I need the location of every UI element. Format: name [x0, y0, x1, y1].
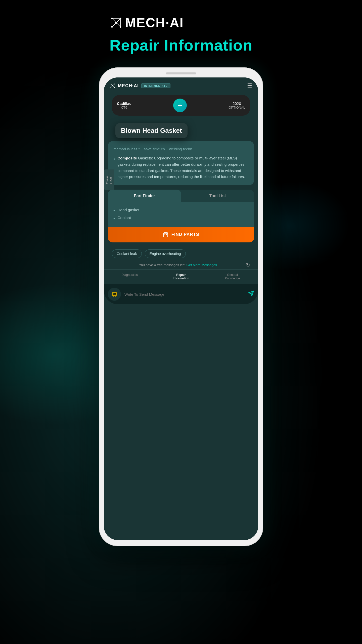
svg-line-6	[116, 18, 120, 23]
nav-tab-diagnostics[interactable]: Diagnostics	[104, 270, 155, 284]
part-finder-content: • Head gasket • Coolant	[108, 202, 254, 227]
bullet-body: Composite Gaskets: Upgrading to composit…	[117, 155, 249, 180]
vehicle-make-model: Cadillac CT6	[117, 101, 131, 109]
svg-point-21	[114, 83, 115, 84]
send-button[interactable]	[248, 290, 254, 298]
chat-area: Blown Head Gasket method is less t... sa…	[104, 119, 258, 269]
find-parts-button[interactable]: FIND PARTS	[108, 227, 254, 242]
svg-rect-30	[115, 293, 115, 294]
add-vehicle-button[interactable]: +	[173, 99, 187, 112]
chip-coolant-leak[interactable]: Coolant leak	[112, 249, 142, 258]
phone-container: MECH·AI INTERMEDIATE ☰ Cadillac CT6 + 20…	[99, 68, 263, 546]
app-logo-small: MECH·AI INTERMEDIATE	[110, 83, 170, 89]
find-parts-label: FIND PARTS	[171, 232, 199, 237]
part-name-1: Head gasket	[117, 208, 139, 213]
part-item-head-gasket: • Head gasket	[113, 207, 249, 214]
svg-point-20	[110, 83, 111, 84]
tab-part-finder[interactable]: Part Finder	[108, 190, 181, 202]
vehicle-selector[interactable]: Cadillac CT6 + 2020 OPTIONAL	[112, 95, 250, 116]
blown-head-gasket-tooltip: Blown Head Gasket	[115, 123, 188, 138]
svg-line-8	[116, 23, 120, 27]
phone-screen: MECH·AI INTERMEDIATE ☰ Cadillac CT6 + 20…	[104, 77, 258, 540]
bullet-strong: Composite	[117, 156, 137, 160]
svg-point-23	[114, 87, 115, 88]
part-bullet-2: •	[113, 216, 115, 221]
free-messages-bar: You have 4 free messages left. Get More …	[108, 261, 254, 269]
chip-engine-overheating[interactable]: Engine overheating	[145, 249, 186, 258]
part-item-coolant: • Coolant	[113, 214, 249, 222]
svg-line-5	[112, 18, 116, 23]
scanner-icon	[110, 290, 119, 298]
top-branding: MECH·AI Repair Information	[109, 15, 252, 54]
composite-gaskets-bullet: • Composite Gaskets: Upgrading to compos…	[113, 155, 249, 180]
message-bubble: method is less t... save time co... weld…	[108, 141, 254, 185]
message-input-area	[104, 284, 258, 304]
send-icon-svg	[248, 290, 254, 296]
phone-notch	[166, 72, 196, 74]
fade-text: method is less t... save time co... weld…	[113, 146, 249, 152]
svg-rect-29	[114, 293, 114, 294]
part-name-2: Coolant	[117, 216, 131, 221]
tab-tool-list[interactable]: Tool List	[181, 190, 254, 202]
bullet-dot: •	[113, 156, 115, 163]
app-logo-large: MECH·AI	[109, 15, 252, 30]
nav-tab-repair-info[interactable]: RepairInformation	[155, 270, 207, 284]
svg-rect-28	[115, 296, 116, 297]
cart-icon	[163, 232, 168, 237]
clear-chat-button[interactable]: Clear Chat	[104, 169, 114, 190]
circuit-icon	[109, 16, 123, 29]
app-name-small: MECH·AI	[118, 83, 139, 89]
level-badge: INTERMEDIATE	[141, 83, 170, 88]
part-finder-card: Part Finder Tool List • Head gasket • Co…	[108, 190, 254, 242]
app-name-large: MECH·AI	[125, 15, 184, 30]
svg-rect-27	[113, 296, 114, 297]
svg-line-7	[112, 23, 116, 27]
nav-tab-general-knowledge[interactable]: GeneralKnowledge	[207, 270, 258, 284]
svg-rect-26	[113, 293, 116, 295]
get-more-messages-link[interactable]: Get More Messages	[187, 263, 217, 267]
message-input[interactable]	[124, 292, 245, 296]
vehicle-year-trim: 2020 OPTIONAL	[229, 101, 245, 109]
svg-point-22	[110, 87, 111, 88]
logo-icon-small	[110, 83, 115, 89]
suggestion-chips: Coolant leak Engine overheating	[108, 247, 254, 261]
app-header: MECH·AI INTERMEDIATE ☰	[104, 77, 258, 93]
part-bullet-1: •	[113, 208, 115, 213]
free-messages-text: You have 4 free messages left.	[139, 263, 187, 267]
obd-icon	[108, 288, 121, 301]
hamburger-button[interactable]: ☰	[247, 83, 252, 89]
page-title: Repair Information	[109, 36, 252, 54]
refresh-button[interactable]: ↻	[246, 262, 250, 268]
bottom-nav: Diagnostics RepairInformation GeneralKno…	[104, 269, 258, 284]
phone-frame: MECH·AI INTERMEDIATE ☰ Cadillac CT6 + 20…	[99, 68, 263, 546]
part-finder-tabs: Part Finder Tool List	[108, 190, 254, 202]
